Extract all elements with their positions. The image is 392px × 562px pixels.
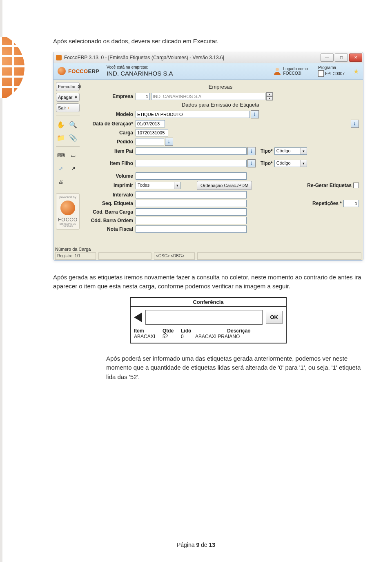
conferencia-title: Conferência (131, 298, 286, 307)
export-icon[interactable]: ↗ (68, 164, 78, 174)
tipo-filho-select[interactable]: Código (274, 160, 307, 167)
titlebar: FoccoERP 3.13. 0 - [Emissão Etiquetas (C… (53, 52, 363, 63)
empresa-nome-input[interactable] (151, 93, 265, 100)
expand-icon[interactable]: ⤢ (56, 164, 66, 174)
status-mode: <OSC> <DBG> (154, 252, 195, 260)
user-icon (273, 67, 281, 75)
back-arrow-icon: ⟵ (68, 105, 74, 111)
keyboard-icon[interactable]: ⌨ (56, 151, 66, 161)
data-geracao-input[interactable] (136, 120, 165, 127)
maximize-button[interactable]: ◻ (335, 54, 348, 62)
conf-table-header: Item Qtde Lido Descrição (134, 328, 283, 334)
paragraph-3: Após poderá ser informado uma das etique… (106, 354, 363, 382)
app-icon (56, 55, 62, 60)
clear-button[interactable]: Apagar✦ (56, 93, 80, 102)
tipo-pai-select[interactable]: Código (274, 147, 307, 155)
lookup-item-pai-button[interactable]: ⭳ (247, 147, 256, 155)
pedido-input[interactable] (136, 138, 164, 145)
paragraph-2: Após gerada as etiquetas iremos novament… (53, 273, 363, 291)
page-footer: Página 9 de 13 (0, 542, 392, 548)
company-info: Você está na empresa: IND. CANARINHOS S.… (107, 65, 173, 78)
app-window: FoccoERP 3.13. 0 - [Emissão Etiquetas (C… (53, 52, 363, 261)
intervalo-input[interactable] (136, 191, 247, 198)
status-record: Registro: 1/1 (55, 252, 96, 260)
spinner-up-icon[interactable]: ▲ (266, 92, 273, 96)
erase-icon: ✦ (74, 94, 78, 100)
brand-logo-icon (58, 67, 66, 75)
print-icon[interactable]: 🖨 (56, 177, 66, 187)
seq-etiqueta-input[interactable] (136, 200, 247, 207)
hand-tool-icon[interactable]: ✋ (56, 120, 66, 130)
lookup-data-button[interactable]: ⭳ (351, 120, 359, 128)
lookup-modelo-button[interactable]: ⭳ (251, 110, 259, 118)
conferencia-input[interactable] (145, 310, 263, 325)
window-title: FoccoERP 3.13. 0 - [Emissão Etiquetas (C… (64, 55, 224, 60)
exit-button[interactable]: Sair⟵ (56, 103, 80, 112)
item-pai-input[interactable] (136, 147, 247, 155)
svg-point-0 (276, 68, 279, 71)
back-triangle-icon[interactable] (134, 312, 142, 322)
imprimir-select[interactable]: Todas (136, 182, 180, 189)
window-icon[interactable]: ▭ (68, 151, 78, 161)
program-code[interactable]: FPLC0307 (318, 70, 345, 77)
cod-barra-ordem-input[interactable] (136, 217, 247, 224)
conferencia-panel: Conferência OK Item Qtde Lido Descrição … (130, 297, 287, 343)
lookup-item-filho-button[interactable]: ⭳ (247, 159, 256, 167)
page-graphic (0, 37, 24, 98)
ordenacao-pdm-button[interactable]: Ordenação Carac./PDM (197, 181, 252, 190)
conf-table-row: ABACAXI 52 0 ABACAXI PRAIANO (134, 334, 283, 339)
modelo-input[interactable] (136, 111, 250, 118)
volume-input[interactable] (136, 172, 247, 180)
powered-by-card: powered by FOCCO SISTEMAS DE GESTÃO (56, 193, 80, 230)
focco-logo-icon (60, 201, 75, 215)
repeticoes-input[interactable] (343, 200, 359, 207)
close-button[interactable]: ✕ (349, 54, 362, 62)
attachment-icon[interactable]: 📎 (68, 133, 78, 143)
item-filho-input[interactable] (136, 160, 247, 167)
form-area: Empresas Empresa ▲▼ Dados para Emissão d… (82, 80, 363, 246)
section-dados: Dados para Emissão de Etiqueta (82, 102, 359, 108)
brand-name: FOCCOERP (68, 68, 99, 74)
execute-button[interactable]: Executar⚙ (56, 82, 80, 91)
sidebar: Executar⚙ Apagar✦ Sair⟵ ✋ 🔍 📁 📎 ⌨ ▭ ⤢ ↗ … (53, 80, 82, 246)
minimize-button[interactable]: — (321, 54, 334, 62)
spinner-down-icon[interactable]: ▼ (266, 96, 273, 100)
document-icon (318, 70, 324, 77)
nota-fiscal-input[interactable] (136, 225, 247, 233)
section-empresas: Empresas (82, 84, 359, 90)
status-bar: Número da Carga Registro: 1/1 <OSC> <DBG… (53, 246, 363, 260)
ok-button[interactable]: OK (266, 311, 283, 324)
regerar-checkbox[interactable] (353, 183, 359, 188)
folder-icon[interactable]: 📁 (56, 133, 66, 143)
favorite-icon[interactable]: ★ (353, 67, 359, 75)
empresa-num-input[interactable] (136, 93, 150, 100)
cod-barra-carga-input[interactable] (136, 208, 247, 216)
run-icon: ⚙ (77, 83, 82, 90)
app-header: FOCCOERP Você está na empresa: IND. CANA… (53, 63, 363, 80)
carga-input[interactable] (136, 129, 168, 136)
lookup-pedido-button[interactable]: ⭳ (165, 138, 173, 146)
intro-paragraph: Após selecionado os dados, devera ser cl… (53, 37, 363, 46)
search-icon[interactable]: 🔍 (68, 120, 78, 130)
